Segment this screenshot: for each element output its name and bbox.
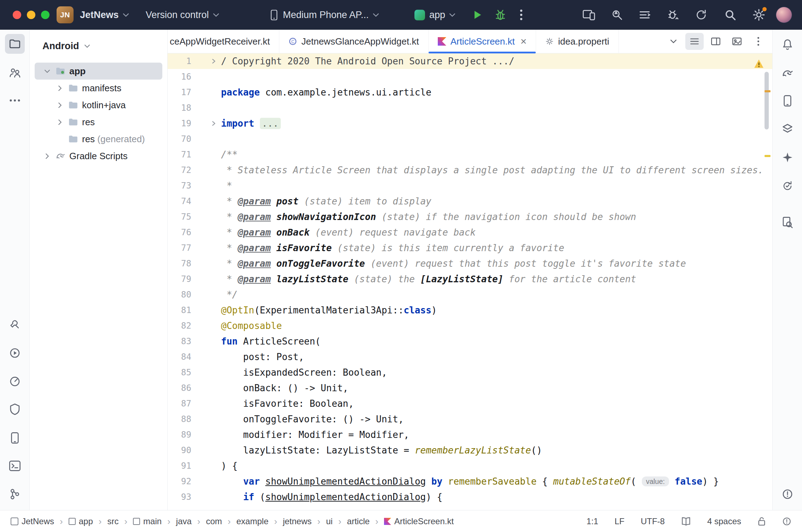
line-number[interactable]: 76 — [168, 225, 221, 240]
build-variants-icon[interactable] — [639, 9, 651, 21]
more-tools-button[interactable] — [10, 99, 20, 102]
line-number[interactable]: 74 — [168, 193, 221, 209]
user-avatar[interactable] — [776, 7, 792, 23]
tree-item-gradle-scripts[interactable]: Gradle Scripts — [35, 148, 162, 164]
code-line[interactable]: 91) { — [168, 458, 772, 474]
breadcrumb-item[interactable]: java — [176, 516, 192, 526]
running-devices-button[interactable] — [782, 181, 793, 191]
breadcrumb-item[interactable]: app — [69, 516, 93, 526]
problems-button[interactable] — [782, 488, 793, 500]
line-number[interactable]: 83 — [168, 334, 221, 349]
split-editor-button[interactable] — [707, 33, 725, 50]
warning-stripe-mark[interactable] — [765, 90, 771, 92]
code-line[interactable]: 76 * @param onBack (event) request navig… — [168, 225, 772, 240]
chevron-right-icon[interactable] — [55, 104, 64, 107]
code-line[interactable]: 88 onToggleFavorite: () -> Unit, — [168, 411, 772, 427]
close-window-button[interactable] — [13, 11, 21, 19]
breadcrumb-item[interactable]: example — [237, 516, 269, 526]
line-number[interactable]: 81 — [168, 302, 221, 318]
breadcrumb-item[interactable]: ui — [326, 516, 333, 526]
chevron-right-icon[interactable] — [55, 121, 64, 124]
hidden-tabs-chevron-icon[interactable] — [664, 33, 682, 50]
code-line[interactable]: 18 — [168, 100, 772, 116]
breadcrumb-item[interactable]: article — [347, 516, 370, 526]
tab-idea-properties[interactable]: idea.properti — [536, 30, 619, 53]
app-quality-insights-button[interactable] — [10, 404, 20, 415]
settings-button[interactable] — [752, 8, 765, 21]
code-line[interactable]: 93 if (showUnimplementedActionDialog) { — [168, 489, 772, 505]
warning-stripe-mark[interactable] — [765, 155, 771, 157]
line-number[interactable]: 16 — [168, 69, 221, 85]
fold-arrow-icon[interactable] — [211, 58, 217, 64]
code-line[interactable]: 74 * @param post (state) item to display — [168, 193, 772, 209]
line-number[interactable]: 70 — [168, 131, 221, 147]
code-editor[interactable]: 1/ Copyright 2020 The Android Open Sourc… — [168, 53, 772, 510]
lock-icon[interactable] — [757, 517, 766, 526]
code-line[interactable]: 84 post: Post, — [168, 349, 772, 365]
debug-button[interactable] — [494, 9, 506, 21]
line-number[interactable]: 85 — [168, 365, 221, 380]
line-number[interactable]: 88 — [168, 411, 221, 427]
device-emulator-button[interactable] — [10, 432, 20, 444]
line-number[interactable]: 87 — [168, 396, 221, 411]
fold-arrow-icon[interactable] — [211, 121, 217, 127]
breadcrumb-item[interactable]: main — [133, 516, 162, 526]
line-number[interactable]: 89 — [168, 427, 221, 443]
code-line[interactable]: 70 — [168, 131, 772, 147]
breadcrumb-item[interactable]: jetnews — [283, 516, 312, 526]
code-line[interactable]: 73 * — [168, 178, 772, 193]
line-number[interactable]: 75 — [168, 209, 221, 225]
line-number[interactable]: 78 — [168, 256, 221, 271]
minimize-window-button[interactable] — [27, 11, 35, 19]
editor-options-kebab-icon[interactable] — [749, 33, 767, 50]
line-number[interactable]: 91 — [168, 458, 221, 474]
run-tool-button[interactable] — [9, 347, 21, 359]
line-number[interactable]: 77 — [168, 240, 221, 256]
more-actions-menu[interactable] — [520, 9, 523, 21]
code-line[interactable]: 89 modifier: Modifier = Modifier, — [168, 427, 772, 443]
chevron-down-icon[interactable] — [42, 70, 52, 73]
code-line[interactable]: 87 isFavorite: Boolean, — [168, 396, 772, 411]
code-line[interactable]: 81@OptIn(ExperimentalMaterial3Api::class… — [168, 302, 772, 318]
line-number[interactable]: 93 — [168, 489, 221, 505]
chevron-right-icon[interactable] — [55, 87, 64, 90]
breadcrumb-item[interactable]: com — [206, 516, 222, 526]
search-everywhere-icon[interactable] — [724, 9, 736, 21]
project-view-selector[interactable]: Android — [30, 30, 167, 63]
notifications-bell-icon[interactable] — [782, 39, 793, 50]
gradle-tool-button[interactable] — [782, 69, 793, 77]
inspect-code-icon[interactable] — [611, 9, 623, 21]
error-highlight-icon[interactable] — [782, 517, 791, 526]
code-line[interactable]: 92 var showUnimplementedActionDialog by … — [168, 474, 772, 489]
code-line[interactable]: 1/ Copyright 2020 The Android Open Sourc… — [168, 53, 772, 69]
commit-tool-button[interactable] — [9, 68, 21, 78]
code-line[interactable]: 75 * @param showNavigationIcon (state) i… — [168, 209, 772, 225]
line-number[interactable]: 73 — [168, 178, 221, 193]
tree-item-res-generated[interactable]: res (generated) — [35, 131, 162, 148]
fullscreen-window-button[interactable] — [41, 11, 50, 19]
line-number[interactable]: 18 — [168, 100, 221, 116]
device-mirroring-icon[interactable] — [583, 9, 595, 21]
tree-item-res[interactable]: res — [35, 114, 162, 131]
tree-item-manifests[interactable]: manifests — [35, 80, 162, 97]
line-number[interactable]: 82 — [168, 318, 221, 334]
code-line[interactable]: 17package com.example.jetnews.ui.article — [168, 85, 772, 100]
chevron-right-icon[interactable] — [42, 155, 52, 158]
gemini-ai-button[interactable] — [782, 152, 793, 163]
device-selector[interactable]: Medium Phone AP... — [269, 10, 379, 21]
gradle-sync-icon[interactable] — [695, 9, 707, 21]
project-tool-button[interactable] — [5, 34, 25, 54]
code-line[interactable]: 19import ... — [168, 116, 772, 131]
caret-position-widget[interactable]: 1:1 — [587, 516, 598, 526]
code-line[interactable]: 80 */ — [168, 287, 772, 302]
editor-scrollbar[interactable] — [765, 72, 769, 129]
build-tool-button[interactable] — [10, 319, 20, 330]
breadcrumb-item[interactable]: ArticleScreen.kt — [384, 516, 454, 526]
resource-manager-button[interactable] — [782, 123, 793, 134]
tab-jetnewsglanceappwidget[interactable]: C JetnewsGlanceAppWidget.kt — [279, 30, 428, 53]
code-line[interactable]: 77 * @param isFavorite (state) is this i… — [168, 240, 772, 256]
encoding-widget[interactable]: UTF-8 — [641, 516, 665, 526]
profiler-tool-button[interactable] — [9, 375, 21, 387]
line-number[interactable]: 90 — [168, 443, 221, 458]
run-button[interactable] — [471, 9, 483, 21]
